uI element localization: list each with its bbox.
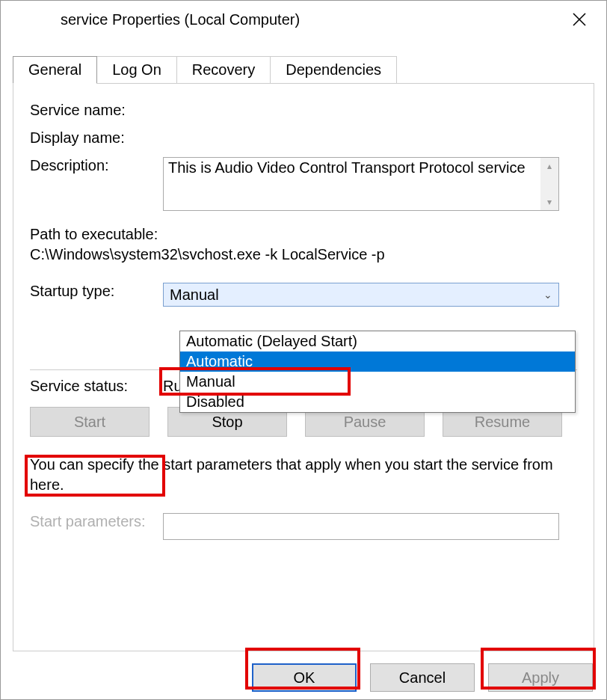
start-button[interactable]: Start: [30, 407, 150, 437]
button-label: Apply: [522, 669, 559, 687]
button-label: OK: [294, 669, 315, 687]
description-box: This is Audio Video Control Transport Pr…: [163, 157, 559, 211]
close-icon: [572, 12, 587, 27]
service-properties-window: service Properties (Local Computer) Gene…: [0, 0, 607, 700]
start-parameters-input[interactable]: [163, 513, 559, 540]
startup-type-select[interactable]: Manual ⌄: [163, 283, 559, 307]
chevron-down-icon: ⌄: [543, 289, 552, 301]
path-value: C:\Windows\system32\svchost.exe -k Local…: [30, 246, 577, 263]
startup-option-disabled[interactable]: Disabled: [180, 392, 575, 412]
startup-type-label: Startup type:: [30, 283, 163, 300]
startup-option-manual[interactable]: Manual: [180, 372, 575, 392]
tab-recovery[interactable]: Recovery: [176, 56, 271, 83]
button-label: Resume: [475, 414, 530, 431]
scroll-down-icon: ▾: [547, 197, 552, 207]
close-button[interactable]: [563, 4, 596, 35]
general-panel: Service name: Display name: Description:…: [13, 83, 594, 651]
apply-button[interactable]: Apply: [488, 663, 593, 692]
option-label: Automatic (Delayed Start): [186, 333, 357, 349]
service-name-label: Service name:: [30, 102, 163, 119]
description-text: This is Audio Video Control Transport Pr…: [168, 159, 526, 176]
button-label: Pause: [344, 414, 386, 431]
start-parameters-label: Start parameters:: [30, 513, 163, 530]
description-scrollbar[interactable]: ▴ ▾: [540, 158, 558, 210]
tab-label: General: [28, 61, 81, 78]
tab-general[interactable]: General: [13, 56, 97, 84]
dialog-buttons: OK Cancel Apply: [252, 663, 593, 692]
option-label: Automatic: [186, 353, 253, 369]
tab-log-on[interactable]: Log On: [96, 56, 177, 83]
help-text: You can specify the start parameters tha…: [30, 455, 577, 495]
startup-option-delayed[interactable]: Automatic (Delayed Start): [180, 331, 575, 351]
option-label: Manual: [186, 373, 235, 390]
ok-button[interactable]: OK: [252, 663, 357, 692]
cancel-button[interactable]: Cancel: [370, 663, 475, 692]
tab-dependencies[interactable]: Dependencies: [270, 56, 397, 83]
button-label: Cancel: [399, 669, 446, 687]
button-label: Stop: [212, 414, 242, 431]
tab-label: Recovery: [192, 61, 255, 78]
display-name-label: Display name:: [30, 129, 163, 147]
path-label: Path to executable:: [30, 226, 577, 243]
tab-label: Log On: [112, 61, 161, 78]
titlebar: service Properties (Local Computer): [1, 1, 606, 38]
tab-strip: General Log On Recovery Dependencies: [1, 38, 606, 83]
description-label: Description:: [30, 157, 163, 174]
button-label: Start: [74, 414, 105, 431]
startup-type-dropdown: Automatic (Delayed Start) Automatic Manu…: [179, 331, 576, 413]
option-label: Disabled: [186, 393, 244, 410]
tab-label: Dependencies: [286, 61, 381, 78]
scroll-up-icon: ▴: [547, 161, 552, 171]
service-status-label: Service status:: [30, 378, 163, 395]
window-title: service Properties (Local Computer): [61, 11, 300, 28]
startup-selected-value: Manual: [170, 286, 219, 304]
startup-option-automatic[interactable]: Automatic: [180, 351, 575, 372]
